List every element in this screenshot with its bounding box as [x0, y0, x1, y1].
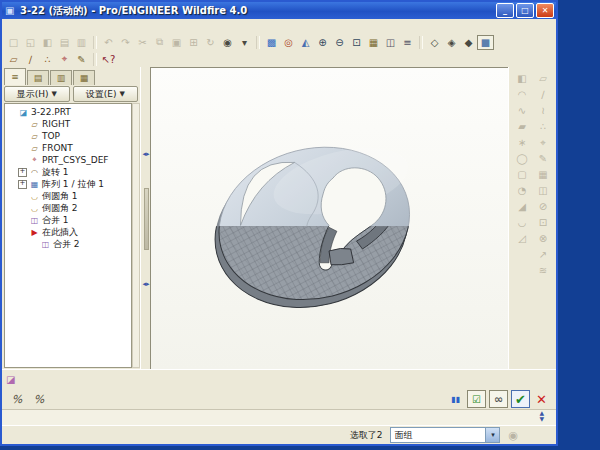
verify-button[interactable]: ∞ — [489, 390, 508, 408]
print-button[interactable]: ▤ — [56, 35, 73, 50]
view-manager-button[interactable]: ◫ — [382, 35, 399, 50]
cut-button[interactable]: ✂ — [134, 35, 151, 50]
datum-axis-tool[interactable]: ∕ — [535, 87, 552, 102]
expand-toggle[interactable]: + — [18, 180, 27, 189]
zoom-out-button[interactable]: ⊖ — [331, 35, 348, 50]
undo-button[interactable]: ↶ — [100, 35, 117, 50]
extrude-tool[interactable]: ◧ — [514, 71, 531, 86]
pattern-tool[interactable]: ▦ — [535, 167, 552, 182]
shaded-button[interactable]: ■ — [477, 35, 494, 50]
draft-tool[interactable]: ◢ — [514, 199, 531, 214]
round-tool[interactable]: ◡ — [514, 215, 531, 230]
rib-tool[interactable]: ◔ — [514, 183, 531, 198]
chevron-down-icon[interactable]: ▾ — [485, 428, 499, 442]
new-button[interactable]: □ — [5, 35, 22, 50]
open-button[interactable]: ◱ — [22, 35, 39, 50]
minimize-button[interactable]: _ — [496, 3, 514, 18]
cancel-button[interactable]: ✕ — [533, 391, 550, 407]
chamfer-tool[interactable]: ◿ — [514, 231, 531, 246]
shell-tool[interactable]: ▢ — [514, 167, 531, 182]
blend-tool[interactable]: ▰ — [514, 119, 531, 134]
close-button[interactable]: ✕ — [536, 3, 554, 18]
regenerate-button[interactable]: ↻ — [202, 35, 219, 50]
collapse-arrow-icon[interactable]: ◂▸ — [142, 280, 149, 288]
trim-tool[interactable]: ⊘ — [535, 199, 552, 214]
repaint-button[interactable]: ▩ — [263, 35, 280, 50]
spin-center-button[interactable]: ◎ — [280, 35, 297, 50]
no-hidden-button[interactable]: ◆ — [460, 35, 477, 50]
tree-item[interactable]: ◫ 合并 1 — [5, 214, 131, 226]
favorites-tab[interactable]: ▥ — [50, 70, 72, 85]
tree-scrollbar[interactable] — [132, 103, 140, 368]
folder-browser-tab[interactable]: ▤ — [27, 70, 49, 85]
sketch-tool[interactable]: ✎ — [535, 151, 552, 166]
saved-views-button[interactable]: ▦ — [365, 35, 382, 50]
curve-tool[interactable]: ≀ — [535, 103, 552, 118]
datum-csys-button[interactable]: ⌖ — [56, 52, 73, 67]
revolve-tool[interactable]: ◠ — [514, 87, 531, 102]
tree-item[interactable]: ▱ FRONT — [5, 142, 131, 154]
datum-axis-button[interactable]: ∕ — [22, 52, 39, 67]
datum-point-button[interactable]: ∴ — [39, 52, 56, 67]
find-tool-icon[interactable]: ◉ — [508, 429, 518, 442]
merge-side1-toggle[interactable]: % — [8, 391, 26, 407]
intersect-tool[interactable]: ⊗ — [535, 231, 552, 246]
round-feature-icon: ◡ — [29, 192, 40, 201]
sash-handle[interactable] — [144, 188, 149, 250]
toolbar-icon: ↶ — [104, 37, 112, 48]
copy-button[interactable]: ⧉ — [151, 35, 168, 50]
datum-point-tool[interactable]: ∴ — [535, 119, 552, 134]
tree-item[interactable]: + ◠ 旋转 1 — [5, 166, 131, 178]
ok-button[interactable]: ✔ — [511, 390, 530, 408]
maximize-button[interactable]: □ — [516, 3, 534, 18]
show-dropdown[interactable]: 显示(H) ▼ — [4, 86, 70, 102]
csys-tool[interactable]: ⌖ — [535, 135, 552, 150]
save-button[interactable]: ◧ — [39, 35, 56, 50]
hole-tool[interactable]: ◯ — [514, 151, 531, 166]
preview-toggle[interactable]: ☑ — [467, 390, 486, 408]
expand-toggle[interactable]: + — [18, 168, 27, 177]
sweep-tool[interactable]: ∿ — [514, 103, 531, 118]
wireframe-button[interactable]: ◇ — [426, 35, 443, 50]
orient-mode-button[interactable]: ◭ — [297, 35, 314, 50]
style-tool[interactable]: ∗ — [514, 135, 531, 150]
settings-dropdown[interactable]: 设置(E) ▼ — [73, 86, 139, 102]
paste-special-button[interactable]: ⊞ — [185, 35, 202, 50]
sketch-tool-button[interactable]: ✎ — [73, 52, 90, 67]
toolbar-icon: ▥ — [77, 37, 86, 48]
graphics-area[interactable] — [150, 67, 512, 370]
datum-plane-button[interactable]: ▱ — [5, 52, 22, 67]
tree-item[interactable]: ◡ 倒圆角 1 — [5, 190, 131, 202]
hidden-line-button[interactable]: ◈ — [443, 35, 460, 50]
selection-filter-combo[interactable]: 面组 ▾ — [390, 427, 500, 443]
tree-item[interactable]: ◡ 倒圆角 2 — [5, 202, 131, 214]
model-tree-tab[interactable]: ≡ — [4, 68, 26, 85]
layers-button[interactable]: ≡ — [399, 35, 416, 50]
project-tool[interactable]: ↗ — [535, 247, 552, 262]
pause-button[interactable]: ▮▮ — [447, 391, 464, 407]
tree-item[interactable]: ◪ 3-22.PRT — [5, 106, 131, 118]
merge-tool[interactable]: ⊡ — [535, 215, 552, 230]
zoom-in-button[interactable]: ⊕ — [314, 35, 331, 50]
refit-button[interactable]: ⊡ — [348, 35, 365, 50]
context-help-button[interactable]: ↖? — [100, 52, 117, 67]
tree-item[interactable]: ▶ 在此插入 — [5, 226, 131, 238]
find-button[interactable]: ◉ — [219, 35, 236, 50]
message-scrollbar[interactable]: ▲▼ — [539, 410, 544, 422]
tree-item[interactable]: ▱ TOP — [5, 130, 131, 142]
datum-plane-tool[interactable]: ▱ — [535, 71, 552, 86]
merge-side2-toggle[interactable]: % — [30, 391, 48, 407]
titlebar[interactable]: ▣ 3-22 (活动的) - Pro/ENGINEER Wildfire 4.0… — [2, 2, 556, 19]
wrap-tool[interactable]: ≋ — [535, 263, 552, 278]
paste-button[interactable]: ▣ — [168, 35, 185, 50]
tree-item[interactable]: ⌖ PRT_CSYS_DEF — [5, 154, 131, 166]
tree-item[interactable]: ▱ RIGHT — [5, 118, 131, 130]
copy-geometry-tool[interactable]: ◫ — [535, 183, 552, 198]
search-filter-box[interactable]: ▾ — [236, 35, 253, 50]
print-preview-button[interactable]: ▥ — [73, 35, 90, 50]
collapse-arrow-icon[interactable]: ◂▸ — [142, 150, 149, 158]
redo-button[interactable]: ↷ — [117, 35, 134, 50]
tree-item[interactable]: ◫ 合并 2 — [5, 238, 131, 250]
tree-item[interactable]: + ▦ 阵列 1 / 拉伸 1 — [5, 178, 131, 190]
connections-tab[interactable]: ▦ — [73, 70, 95, 85]
